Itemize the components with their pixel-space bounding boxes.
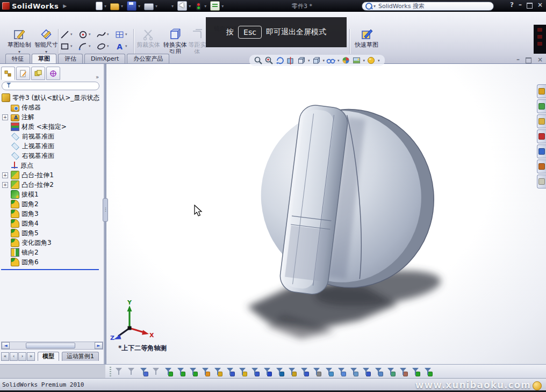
selection-filter-icon-18[interactable]: [325, 366, 334, 376]
zoom-to-area-icon[interactable]: [264, 56, 274, 66]
selection-filter-icon-11[interactable]: [239, 366, 247, 376]
tab-特征[interactable]: 特征: [5, 54, 30, 63]
view-palette-tab[interactable]: [537, 129, 546, 143]
open-icon[interactable]: [110, 3, 119, 10]
panel-tabs-overflow-icon[interactable]: »: [96, 74, 102, 80]
zoom-to-fit-icon[interactable]: [254, 56, 263, 66]
tab-评估[interactable]: 评估: [58, 54, 83, 63]
view-orientation-icon[interactable]: [297, 56, 306, 66]
open-dropdown-icon[interactable]: ▾: [121, 4, 123, 9]
new-document-icon[interactable]: [96, 2, 103, 10]
tree-filter-input[interactable]: [2, 82, 99, 90]
view-settings-dropdown-icon[interactable]: ▾: [378, 59, 380, 63]
first-tab-icon[interactable]: «: [1, 352, 9, 361]
new-document-dropdown-icon[interactable]: ▾: [104, 4, 106, 9]
sketch-spline-button[interactable]: ▾: [97, 28, 115, 40]
propertymanager-tab[interactable]: [16, 67, 30, 80]
selection-filter-icon-20[interactable]: [350, 366, 358, 376]
selection-filter-icon-21[interactable]: [362, 366, 371, 376]
selection-filter-icon-13[interactable]: [263, 366, 272, 376]
undo-icon[interactable]: [161, 2, 170, 10]
hide-show-items-dropdown-icon[interactable]: ▾: [337, 59, 340, 63]
expander-icon[interactable]: +: [2, 172, 8, 178]
tree-item-拔模1[interactable]: 拔模1: [0, 190, 103, 199]
custom-properties-tab[interactable]: [537, 159, 546, 173]
selection-filter-icon-3[interactable]: [140, 366, 148, 376]
selection-filter-icon-10[interactable]: [226, 366, 235, 376]
featuremanager-tab[interactable]: [1, 67, 15, 80]
print-dropdown-icon[interactable]: ▾: [155, 4, 157, 9]
save-dropdown-icon[interactable]: ▾: [138, 4, 140, 9]
tree-item-注解[interactable]: +注解: [0, 112, 103, 122]
tree-item-右视基准面[interactable]: 右视基准面: [0, 151, 103, 161]
minimize-button[interactable]: –: [519, 1, 522, 9]
selection-filter-icon-23[interactable]: [387, 366, 396, 376]
expander-icon[interactable]: +: [2, 182, 8, 188]
sketch-text-button[interactable]: A▾: [115, 40, 133, 52]
menu-expand-arrow-icon[interactable]: ▶: [63, 3, 67, 9]
sketch-rectangle-button[interactable]: ▾: [60, 40, 78, 52]
select-dropdown-icon[interactable]: ▾: [189, 4, 191, 9]
sketch-circle-button[interactable]: ▾: [78, 28, 97, 40]
dimxpertmanager-tab[interactable]: [46, 67, 60, 80]
toolbar-drag-handle[interactable]: [110, 367, 111, 376]
tree-item-圆角2[interactable]: 圆角2: [0, 199, 103, 209]
restore-button[interactable]: [527, 3, 533, 9]
selection-filter-icon-6[interactable]: [177, 366, 185, 376]
tree-item-变化圆角3[interactable]: 变化圆角3: [0, 238, 103, 248]
options-dropdown-icon[interactable]: ▾: [221, 4, 224, 9]
selection-filter-icon-12[interactable]: [251, 366, 260, 376]
next-tab-icon[interactable]: ›: [18, 352, 26, 361]
display-style-dropdown-icon[interactable]: ▾: [323, 59, 325, 63]
sketch-ellipse-button[interactable]: ▾: [97, 40, 115, 52]
tree-item-上视基准面[interactable]: 上视基准面: [0, 141, 103, 151]
previous-view-icon[interactable]: [275, 56, 285, 66]
undo-dropdown-icon[interactable]: ▾: [171, 4, 174, 9]
scroll-right-icon[interactable]: ►: [95, 342, 103, 349]
rollback-bar[interactable]: [1, 269, 99, 270]
doc-close-button[interactable]: ×: [537, 56, 543, 63]
tree-item-圆角5[interactable]: 圆角5: [0, 228, 103, 238]
help-button[interactable]: ?: [510, 1, 514, 9]
selection-filter-icon-1[interactable]: [115, 366, 124, 376]
sketch-sketch-picture-button[interactable]: ▾: [115, 28, 133, 40]
file-explorer-tab[interactable]: [537, 114, 546, 128]
scrollbar-thumb[interactable]: [26, 343, 75, 349]
view-orientation-dropdown-icon[interactable]: ▾: [308, 59, 310, 63]
scroll-left-icon[interactable]: ◄: [2, 342, 10, 349]
selection-filter-icon-14[interactable]: [276, 366, 284, 376]
edit-appearance-icon[interactable]: [341, 56, 351, 66]
view-settings-icon[interactable]: [367, 56, 376, 66]
tree-item-原点[interactable]: 原点: [0, 161, 103, 170]
tree-item-传感器[interactable]: 传感器: [0, 103, 103, 112]
tab-DimXpert[interactable]: DimXpert: [84, 54, 125, 63]
apply-scene-icon[interactable]: [352, 56, 362, 66]
selection-filter-icon-16[interactable]: [300, 366, 309, 376]
splitter-collapse-handle[interactable]: [103, 198, 108, 222]
tree-root-item[interactable]: 零件3 (默认<默认>_显示状态: [0, 93, 103, 103]
graphics-viewport[interactable]: Y X Z *上下二等角轴测: [106, 64, 546, 364]
selection-filter-icon-4[interactable]: [152, 366, 161, 376]
print-icon[interactable]: [144, 3, 154, 10]
tree-item-圆角4[interactable]: 圆角4: [0, 219, 103, 228]
tree-horizontal-scrollbar[interactable]: ◄ ►: [1, 342, 103, 350]
expander-icon[interactable]: +: [2, 114, 8, 120]
tree-item-圆角3[interactable]: 圆角3: [0, 209, 103, 219]
sketch-line-button[interactable]: ▾: [60, 28, 78, 40]
selection-filter-icon-26[interactable]: [424, 366, 433, 376]
last-tab-icon[interactable]: »: [27, 352, 35, 361]
hide-show-items-icon[interactable]: [326, 56, 336, 66]
selection-filter-icon-15[interactable]: [288, 366, 297, 376]
resources-tab[interactable]: [537, 84, 546, 98]
selection-filter-icon-9[interactable]: [214, 366, 222, 376]
tab-草图[interactable]: 草图: [32, 54, 56, 63]
design-library-tab[interactable]: [537, 99, 546, 113]
options-icon[interactable]: [210, 1, 220, 11]
prev-tab-icon[interactable]: ‹: [10, 352, 18, 361]
doc-restore-button[interactable]: [526, 57, 531, 63]
save-icon[interactable]: [127, 1, 136, 11]
selection-filter-icon-17[interactable]: [313, 366, 321, 376]
apply-scene-dropdown-icon[interactable]: ▾: [363, 59, 365, 63]
tree-item-镜向2[interactable]: 镜向2: [0, 248, 103, 257]
search-input[interactable]: ▾ SolidWorks 搜索: [362, 2, 494, 11]
